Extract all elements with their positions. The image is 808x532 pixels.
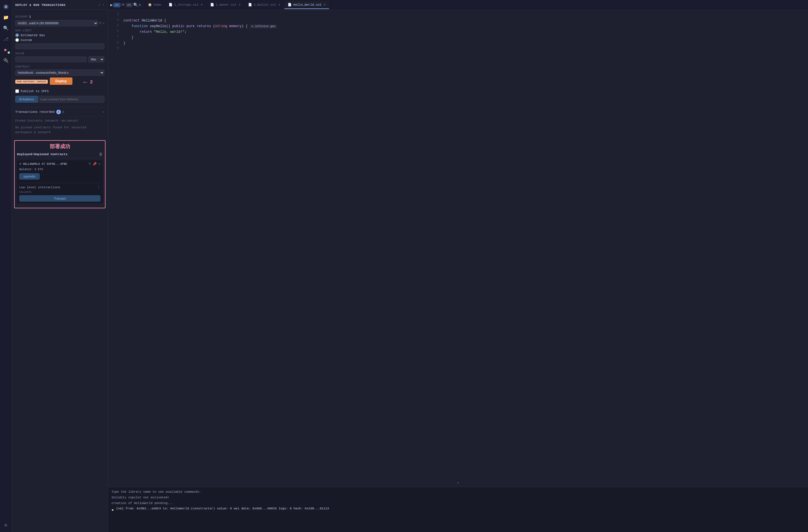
home-icon: 🏠 — [148, 3, 152, 6]
gas-value-input[interactable]: 3000000 — [15, 43, 105, 49]
low-level-section: Low level interactions ⋮ CALLDATA Transa… — [19, 183, 100, 202]
no-pinned-message: No pinned contracts found for selected w… — [15, 124, 105, 136]
console-line-2: Solidity copilot not activated! — [111, 495, 805, 501]
copy-contract-icon[interactable]: ⎘ — [89, 162, 91, 166]
deploy-arrow-num: 2 — [90, 80, 93, 85]
at-address-button[interactable]: At Address — [15, 96, 38, 102]
git-icon[interactable]: ⎇ — [1, 35, 11, 43]
ballot-icon: 📄 — [248, 3, 252, 6]
search-icon[interactable]: 🔍 — [1, 24, 11, 33]
transactions-row[interactable]: Transactions recorded 1 ℹ › — [15, 107, 105, 116]
account-row: 0x5B3...eddC4 (99.99999999 ⎘ ✎ — [15, 20, 105, 26]
deploy-run-icon[interactable]: ▶ — [1, 45, 11, 54]
custom-gas-radio[interactable]: Custom — [15, 38, 105, 42]
publish-ipfs-checkbox[interactable] — [15, 89, 19, 93]
code-line-8: 8 } — [108, 41, 808, 46]
storage-icon: 📄 — [169, 3, 172, 6]
code-line-9: 9 — [108, 46, 808, 52]
tab-hello-world-label: Hello_World.sol — [293, 3, 322, 6]
contract-balance: Balance: 0 ETH — [19, 168, 100, 171]
close-storage-tab[interactable]: ✕ — [201, 2, 203, 7]
low-level-header: Low level interactions ⋮ — [19, 185, 100, 190]
contract-label: CONTRACT — [15, 65, 105, 69]
svg-point-2 — [5, 6, 6, 7]
code-line-7: 7 } — [108, 35, 808, 41]
ai-icon-2[interactable]: AI — [126, 3, 133, 7]
deployed-success-label: 部署成功 — [50, 143, 70, 150]
tab-home[interactable]: 🏠 Home — [145, 1, 164, 9]
tab-ballot-label: 3_Ballot.sol — [254, 3, 276, 6]
value-unit-select[interactable]: Wei Gwei Ether — [88, 56, 105, 62]
code-line-4: 4 contract HelloWorld { — [108, 18, 808, 24]
search-toolbar-icon[interactable]: 🔍 — [133, 2, 138, 7]
code-line-3: 3 — [108, 13, 808, 18]
transactions-badge: 1 — [56, 110, 61, 114]
success-dot: ● — [111, 507, 114, 514]
tab-storage[interactable]: 📄 1_Storage.sol ✕ — [165, 1, 206, 9]
owner-icon: 📄 — [210, 3, 214, 6]
contract-select[interactable]: HelloWorld - contracts/Hello_World.s — [15, 70, 105, 76]
deploy-arrow: ← — [84, 79, 87, 86]
run-icon[interactable]: ▶ — [110, 2, 113, 7]
tab-ballot[interactable]: 📄 3_Ballot.sol ✕ — [245, 1, 284, 9]
sidebar: DEPLOY & RUN TRANSACTIONS ✓ › ACCOUNT ℹ … — [12, 0, 108, 532]
divider — [143, 2, 143, 8]
value-input[interactable] — [15, 57, 87, 62]
info-icon: ℹ — [62, 110, 64, 114]
close-owner-tab[interactable]: ✕ — [238, 2, 240, 7]
files-icon[interactable]: 📁 — [1, 13, 11, 22]
publish-ipfs-row: Publish to IPFS — [15, 89, 105, 93]
editor-area[interactable]: 3 4 contract HelloWorld { 5 function say… — [108, 10, 808, 487]
expand-icon[interactable]: › — [103, 3, 105, 7]
tab-home-label: Home — [153, 3, 161, 6]
code-line-5: 5 function sayHello() public pure return… — [108, 24, 808, 30]
account-info-icon: ℹ — [30, 15, 31, 19]
console-area: Type the library name to see available c… — [108, 487, 808, 532]
evm-badge: evm version: cancun — [15, 80, 48, 84]
sidebar-header-icons: ✓ › — [99, 3, 105, 7]
trash-icon[interactable]: 🗑 — [99, 152, 103, 157]
close-ballot-tab[interactable]: ✕ — [278, 2, 280, 7]
close-contract-icon[interactable]: ✕ — [98, 162, 100, 166]
tab-owner-label: 2_Owner.sol — [216, 3, 237, 6]
account-label: ACCOUNT ℹ — [15, 15, 105, 19]
low-level-label: Low level interactions — [19, 186, 60, 189]
close-hello-world-tab[interactable]: ✕ — [324, 2, 326, 7]
contract-instance: ▼ HELLOWORLD AT 0XF8E...9FBE ⎘ 📌 ✕ Balan… — [17, 160, 103, 203]
tab-hello-world[interactable]: 📄 Hello_World.sol ✕ — [284, 1, 329, 9]
deployed-contracts-box: 部署成功 Deployed/Unpinned Contracts 🗑 ▼ HEL… — [14, 140, 106, 208]
chevron-down-icon[interactable]: ▼ — [19, 162, 21, 166]
load-contract-input[interactable] — [38, 96, 105, 102]
code-line-6: 6 return "Hello, world!"; — [108, 30, 808, 35]
deploy-button[interactable]: Deploy — [50, 77, 72, 85]
logo-icon — [1, 2, 11, 11]
pinned-contracts-section: Pinned Contracts (network: vm-cancun) No… — [15, 116, 105, 138]
collapse-icon[interactable]: ⌄ — [457, 479, 459, 484]
estimated-gas-radio[interactable]: Estimated Gas — [15, 33, 105, 37]
say-hello-button[interactable]: sayHello — [19, 173, 40, 179]
transact-button[interactable]: Transact — [19, 195, 100, 202]
tab-owner[interactable]: 📄 2_Owner.sol ✕ — [207, 1, 244, 9]
gas-limit-label: GAS LIMIT — [15, 29, 105, 32]
console-success-text: [vm] from: 0x5B3...eddC4 to: HelloWorld.… — [116, 506, 329, 512]
zoom-icon[interactable]: ⊕ — [139, 2, 141, 7]
chevron-right-icon: › — [102, 110, 105, 114]
sidebar-header: DEPLOY & RUN TRANSACTIONS ✓ › — [12, 0, 108, 10]
low-level-info-icon: ⋮ — [96, 185, 100, 190]
edit-icon[interactable]: ✎ — [103, 21, 105, 25]
deployed-unpinned-label: Deployed/Unpinned Contracts — [17, 153, 67, 156]
settings-icon[interactable]: ⚙ — [1, 521, 11, 530]
console-line-3: creation of HelloWorld pending... — [111, 501, 805, 506]
copy-icon[interactable]: ⎘ — [99, 21, 101, 25]
contract-instance-name: HELLOWORLD AT 0XF8E...9FBE — [23, 163, 87, 166]
plugin-icon[interactable]: 🔌 — [1, 56, 11, 65]
transactions-label: Transactions recorded 1 ℹ — [15, 110, 64, 114]
ai-icon-1[interactable]: AI — [113, 3, 120, 7]
eye-icon[interactable]: 👁 — [121, 3, 125, 7]
pin-contract-icon[interactable]: 📌 — [92, 162, 97, 166]
value-row: Wei Gwei Ether — [15, 56, 105, 62]
value-label: VALUE — [15, 52, 105, 55]
at-address-row: At Address — [15, 96, 105, 102]
account-select[interactable]: 0x5B3...eddC4 (99.99999999 — [15, 20, 98, 26]
pinned-contracts-header: Pinned Contracts (network: vm-cancun) — [15, 119, 105, 122]
